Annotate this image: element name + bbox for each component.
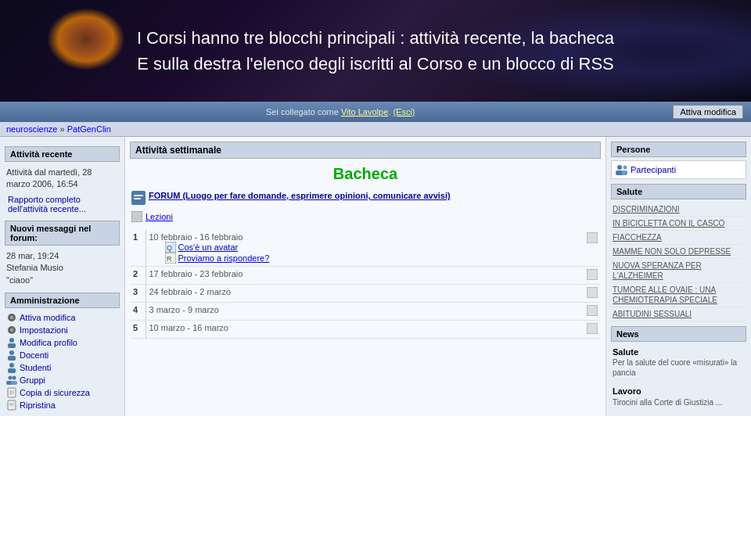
left-sidebar: Attività recente Attività dal martedì, 2… — [0, 137, 125, 416]
admin-studenti-link[interactable]: Studenti — [5, 361, 120, 374]
health-link-2[interactable]: IN BICICLETTA CON IL CASCO — [611, 217, 746, 231]
admin-attiva-link[interactable]: Attiva modifica — [5, 311, 120, 324]
health-link-1[interactable]: DISCRIMINAZIONI — [611, 203, 746, 217]
admin-ripristina-link[interactable]: Ripristina — [5, 399, 120, 411]
svg-rect-13 — [11, 381, 17, 385]
svg-rect-30 — [587, 269, 598, 280]
svg-point-34 — [617, 165, 622, 170]
svg-rect-23 — [134, 198, 141, 199]
right-sidebar: Persone Partecipanti Salute DISCRIMINAZI… — [606, 137, 751, 416]
admin-modifica-profilo-link[interactable]: Modifica profilo — [5, 336, 120, 349]
health-link-3[interactable]: Fiacchezza — [611, 231, 746, 245]
health-link-4[interactable]: MAMME NON SOLO DEPRESSE — [611, 245, 746, 259]
health-links-list: DISCRIMINAZIONI IN BICICLETTA CON IL CAS… — [611, 203, 746, 321]
forum-icon — [131, 191, 146, 205]
admin-impostazioni-link[interactable]: Impostazioni — [5, 324, 120, 336]
expand-icon[interactable] — [587, 232, 598, 243]
news-item-2: Lavoro Tirocini alla Corte di Giustizia … — [611, 384, 746, 408]
lezioni-anchor[interactable]: Lezioni — [146, 212, 173, 221]
svg-rect-33 — [587, 323, 598, 334]
doc-icon — [6, 387, 17, 398]
table-row: 1 10 febbraio - 16 febbraio Q Cos'è un a… — [130, 230, 601, 267]
svg-rect-5 — [8, 343, 16, 348]
admin-gruppi-link[interactable]: Gruppi — [5, 374, 120, 386]
main-layout: Attività recente Attività dal martedì, 2… — [0, 137, 751, 416]
expand-icon[interactable] — [587, 323, 598, 334]
forum-message: 28 mar, 19:24 Stefania Musio "ciaoo" — [5, 249, 120, 288]
expand-icon[interactable] — [587, 269, 598, 280]
person-icon — [6, 337, 17, 348]
health-link-5[interactable]: NUOVA SPERANZA PER L'ALZHEIMER — [611, 259, 746, 283]
activity-recent-title: Attività recente — [5, 146, 120, 162]
expand-icon[interactable] — [587, 287, 598, 298]
table-row: 3 24 febbraio - 2 marzo — [130, 285, 601, 303]
participants-icon — [615, 163, 627, 176]
persone-title: Persone — [611, 142, 746, 157]
breadcrumb: neuroscienze » PatGenClin — [0, 122, 751, 137]
breadcrumb-course-link[interactable]: PatGenClin — [67, 124, 111, 134]
admin-title: Amministrazione — [5, 293, 120, 308]
week1-link1: Q Cos'è un avatar — [165, 242, 588, 253]
activity-info: Attività dal martedì, 28 marzo 2006, 16:… — [5, 165, 120, 192]
svg-rect-9 — [8, 368, 16, 373]
weekly-table: 1 10 febbraio - 16 febbraio Q Cos'è un a… — [130, 230, 601, 339]
table-row: 2 17 febbraio - 23 febbraio — [130, 267, 601, 285]
table-row: 4 3 marzo - 9 marzo — [130, 303, 601, 321]
restore-icon — [6, 400, 17, 411]
center-content: Attività settimanale Bacheca FORUM (Luog… — [125, 137, 606, 416]
health-link-7[interactable]: ABITUDINI SESSUALI — [611, 307, 746, 321]
forum-new-title: Nuovi messaggi nel forum: — [5, 221, 120, 246]
header-title: I Corsi hanno tre blocchi principali : a… — [23, 25, 728, 77]
svg-point-11 — [13, 375, 16, 379]
logout-link[interactable]: (Esci) — [393, 107, 415, 117]
svg-point-3 — [10, 328, 13, 332]
svg-rect-25 — [587, 232, 598, 243]
svg-rect-24 — [131, 211, 142, 222]
svg-point-10 — [9, 375, 13, 379]
svg-point-6 — [9, 350, 14, 355]
news-item-1: Salute Per la salute del cuore «misurati… — [611, 345, 746, 379]
expand-icon[interactable] — [587, 305, 598, 316]
admin-docenti-link[interactable]: Docenti — [5, 349, 120, 361]
bacheca-title: Bacheca — [130, 165, 601, 183]
svg-rect-22 — [134, 195, 143, 196]
person-icon — [6, 350, 17, 361]
health-link-6[interactable]: TUMORE ALLE OVAIE : UNA CHEMIOTERAPIA SP… — [611, 283, 746, 307]
reply-icon: R — [165, 253, 176, 264]
group-icon — [6, 375, 17, 386]
user-link[interactable]: Vito Lavolpe — [341, 107, 388, 117]
gear-icon — [6, 325, 17, 336]
week1-link2: R Proviamo a rispondere? — [165, 253, 598, 264]
admin-links-list: Attiva modifica Impostazioni Modifica pr… — [5, 311, 120, 411]
partecipanti-link[interactable]: Partecipanti — [611, 160, 746, 179]
header-text: I Corsi hanno tre blocchi principali : a… — [23, 25, 728, 77]
svg-point-36 — [623, 166, 627, 170]
header-banner: I Corsi hanno tre blocchi principali : a… — [0, 0, 751, 102]
lezioni-link-block: Lezioni — [130, 210, 601, 224]
svg-rect-7 — [8, 356, 16, 361]
avatar-link[interactable]: Cos'è un avatar — [178, 242, 239, 252]
nav-bar: Sei collegato come Vito Lavolpe. (Esci) … — [0, 102, 751, 122]
svg-rect-32 — [587, 305, 598, 316]
news-list: Salute Per la salute del cuore «misurati… — [611, 345, 746, 409]
svg-rect-37 — [622, 171, 627, 175]
table-row: 5 10 marzo - 16 marzo — [130, 321, 601, 339]
svg-point-4 — [9, 338, 14, 343]
svg-rect-31 — [587, 287, 598, 298]
svg-point-8 — [9, 363, 14, 368]
news-title: News — [611, 326, 746, 342]
gear-icon — [6, 312, 17, 323]
svg-point-1 — [10, 316, 13, 319]
attiva-modifica-button[interactable]: Attiva modifica — [673, 105, 743, 119]
weekly-activity-title: Attività settimanale — [130, 142, 601, 159]
breadcrumb-site-link[interactable]: neuroscienze — [6, 124, 57, 134]
forum-link-block: FORUM (Luogo per fare domande, esprimere… — [130, 189, 601, 206]
quiz-icon: Q — [165, 242, 176, 253]
svg-text:R: R — [167, 255, 172, 263]
login-info: Sei collegato come Vito Lavolpe. (Esci) — [8, 107, 673, 117]
admin-copia-link[interactable]: Copia di sicurezza — [5, 386, 120, 399]
rapporto-link[interactable]: Rapporto completo dell'attività recente.… — [6, 194, 118, 214]
risponde-link[interactable]: Proviamo a rispondere? — [178, 253, 270, 263]
forum-anchor[interactable]: FORUM (Luogo per fare domande, esprimere… — [149, 191, 451, 200]
svg-text:Q: Q — [167, 244, 172, 252]
